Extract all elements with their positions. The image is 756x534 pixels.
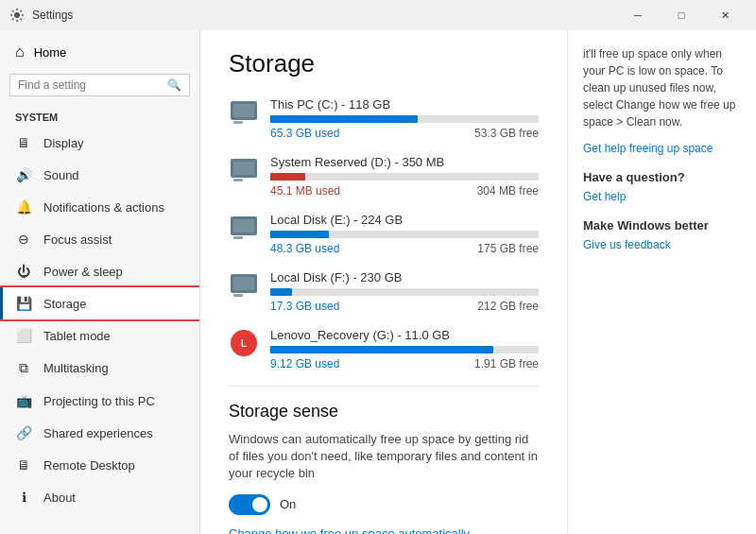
sidebar-item-focus[interactable]: ⊖ Focus assist [0, 223, 199, 255]
right-panel-body-text: it'll free up space only when your PC is… [583, 45, 741, 130]
drive-e-details: Local Disk (E:) - 224 GB 48.3 GB used 17… [270, 213, 539, 255]
sidebar-item-label: Power & sleep [43, 265, 123, 279]
maximize-button[interactable]: □ [660, 0, 703, 30]
drive-d-icon [229, 155, 259, 185]
svg-rect-8 [233, 219, 254, 233]
drive-c-free: 53.3 GB free [474, 127, 539, 140]
sidebar-item-multitasking[interactable]: ⧉ Multitasking [0, 352, 199, 385]
toggle-label: On [280, 497, 296, 511]
sidebar-item-shared[interactable]: 🔗 Shared experiences [0, 417, 199, 449]
hdd-icon-e [230, 215, 258, 240]
display-icon: 🖥 [15, 135, 32, 150]
drive-f-icon [229, 270, 259, 301]
sidebar-item-label: Focus assist [43, 233, 112, 247]
shared-icon: 🔗 [15, 425, 32, 440]
drive-d-details: System Reserved (D:) - 350 MB 45.1 MB us… [270, 155, 539, 198]
section-divider-1 [229, 386, 539, 387]
drive-d-used: 45.1 MB used [270, 184, 340, 198]
storage-sense-toggle[interactable] [229, 494, 270, 515]
drive-f-stats: 17.3 GB used 212 GB free [270, 300, 539, 313]
sidebar-item-display[interactable]: 🖥 Display [0, 127, 199, 159]
drive-e-stats: 48.3 GB used 175 GB free [270, 242, 539, 255]
sidebar-item-sound[interactable]: 🔊 Sound [0, 159, 199, 191]
power-icon: ⏻ [15, 264, 32, 279]
get-help-freeing-link[interactable]: Get help freeing up space [583, 142, 741, 155]
svg-rect-6 [233, 179, 243, 181]
drive-f-free: 212 GB free [477, 300, 539, 313]
sidebar-item-label: Multitasking [43, 361, 109, 375]
sidebar-item-tablet[interactable]: ⬜ Tablet mode [0, 319, 199, 352]
sidebar-item-label: Storage [43, 297, 87, 311]
sidebar-search-box[interactable]: 🔍 [9, 74, 190, 96]
page-title: Storage [229, 49, 539, 78]
sidebar-item-notifications[interactable]: 🔔 Notifications & actions [0, 191, 199, 223]
drive-d-bar-fill [270, 173, 305, 181]
drive-g-bar-fill [270, 346, 493, 353]
search-input[interactable] [18, 78, 167, 92]
storage-sense-description: Windows can automatically free up space … [229, 431, 539, 483]
drive-g-stats: 9.12 GB used 1.91 GB free [270, 357, 539, 370]
give-feedback-link[interactable]: Give us feedback [583, 238, 741, 251]
drive-e-name: Local Disk (E:) - 224 GB [270, 213, 539, 227]
home-icon: ⌂ [15, 43, 25, 60]
focus-icon: ⊖ [15, 232, 32, 247]
sound-icon: 🔊 [15, 167, 32, 182]
drive-e-icon [229, 213, 259, 243]
hdd-icon-f [230, 273, 258, 298]
title-bar-controls: ─ □ ✕ [616, 0, 747, 30]
sidebar-item-label: Projecting to this PC [43, 394, 155, 408]
sidebar-item-remote[interactable]: 🖥 Remote Desktop [0, 449, 199, 481]
sidebar-home[interactable]: ⌂ Home [0, 30, 199, 74]
app-body: ⌂ Home 🔍 System 🖥 Display 🔊 Sound 🔔 Noti… [0, 30, 756, 534]
sidebar: ⌂ Home 🔍 System 🖥 Display 🔊 Sound 🔔 Noti… [0, 30, 200, 534]
sidebar-item-about[interactable]: ℹ About [0, 481, 199, 513]
drive-e[interactable]: Local Disk (E:) - 224 GB 48.3 GB used 17… [229, 213, 539, 255]
svg-rect-9 [233, 236, 243, 239]
drive-g-bar-bg [270, 346, 539, 353]
have-a-question-section: Have a question? [583, 170, 741, 184]
projecting-icon: 📺 [15, 393, 32, 408]
drive-f-bar-bg [270, 288, 539, 296]
hdd-icon [230, 100, 258, 125]
drive-c-icon [229, 97, 259, 128]
drive-d[interactable]: System Reserved (D:) - 350 MB 45.1 MB us… [229, 155, 539, 198]
svg-rect-11 [233, 277, 254, 290]
storage-sense-toggle-row: On [229, 494, 539, 515]
drive-c-bar-bg [270, 115, 539, 123]
drive-f-used: 17.3 GB used [270, 300, 339, 313]
about-icon: ℹ [15, 490, 32, 505]
settings-icon [9, 8, 25, 23]
sidebar-item-power[interactable]: ⏻ Power & sleep [0, 255, 199, 287]
sidebar-item-storage[interactable]: 💾 Storage [0, 287, 199, 319]
sidebar-item-label: Notifications & actions [43, 200, 164, 215]
sidebar-item-label: Sound [43, 168, 79, 182]
drive-e-used: 48.3 GB used [270, 242, 339, 255]
svg-rect-2 [233, 104, 254, 117]
make-windows-better-section: Make Windows better [583, 218, 741, 233]
sidebar-item-label: Display [43, 136, 84, 150]
sidebar-item-projecting[interactable]: 📺 Projecting to this PC [0, 385, 199, 417]
notifications-icon: 🔔 [15, 199, 32, 215]
drive-g-icon: L [229, 328, 259, 358]
home-label: Home [34, 45, 67, 60]
drive-d-free: 304 MB free [477, 184, 539, 198]
lenovo-icon: L [231, 330, 257, 356]
drive-e-bar-bg [270, 231, 539, 238]
storage-sense-title: Storage sense [229, 402, 539, 422]
multitasking-icon: ⧉ [15, 360, 32, 376]
drive-g[interactable]: L Lenovo_Recovery (G:) - 11.0 GB 9.12 GB… [229, 328, 539, 370]
search-icon: 🔍 [167, 78, 181, 92]
drive-c-name: This PC (C:) - 118 GB [270, 97, 539, 112]
hdd-icon-d [230, 158, 258, 182]
get-help-link[interactable]: Get help [583, 190, 741, 203]
drive-c[interactable]: This PC (C:) - 118 GB 65.3 GB used 53.3 … [229, 97, 539, 140]
close-button[interactable]: ✕ [703, 0, 747, 30]
sidebar-item-label: Remote Desktop [43, 458, 135, 473]
minimize-button[interactable]: ─ [616, 0, 660, 30]
change-space-link[interactable]: Change how we free up space automaticall… [229, 526, 539, 534]
drive-d-stats: 45.1 MB used 304 MB free [270, 184, 539, 198]
drive-g-free: 1.91 GB free [474, 357, 539, 370]
title-bar-title: Settings [32, 9, 616, 22]
drive-f[interactable]: Local Disk (F:) - 230 GB 17.3 GB used 21… [229, 270, 539, 313]
drive-c-stats: 65.3 GB used 53.3 GB free [270, 127, 539, 140]
